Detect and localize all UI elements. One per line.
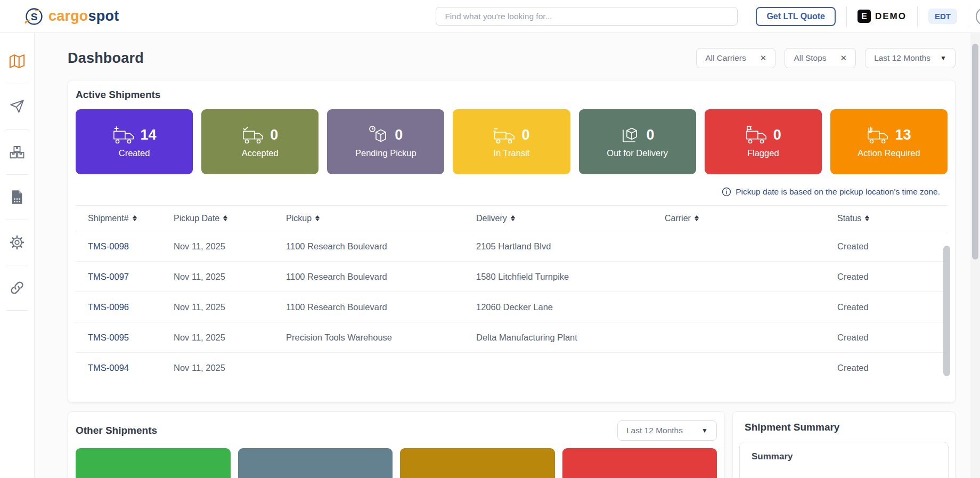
pickup-timezone-note: Pickup date is based on the pickup locat… [76,187,948,197]
table-row: TMS-0097 Nov 11, 2025 1100 Research Boul… [76,262,948,292]
timezone-badge[interactable]: EDT [928,9,957,24]
flagged-label: Flagged [747,148,779,158]
sort-icon [315,215,320,221]
header-delivery[interactable]: Delivery [476,214,665,223]
active-shipments-title: Active Shipments [76,89,948,101]
out-for-delivery-label: Out for Delivery [607,148,668,158]
pending-pickup-label: Pending Pickup [355,148,416,158]
truck-check-icon [242,126,265,145]
global-search-input[interactable] [436,7,738,26]
header-divider [917,6,918,27]
box-delivery-icon [620,126,642,145]
sort-icon [223,215,227,221]
header-status[interactable]: Status [837,214,948,223]
action-required-count: 13 [895,127,911,143]
summary-box: Summary [739,442,949,478]
link-icon [10,280,24,295]
header-shipment[interactable]: Shipment# [76,214,174,223]
sidebar-nav [0,33,35,478]
shipments-table: Shipment# Pickup Date Pickup Delivery Ca… [76,205,948,383]
sort-icon [511,215,515,221]
page-scrollbar-thumb[interactable] [972,44,978,260]
clear-stops-icon[interactable]: ✕ [840,53,847,63]
table-row: TMS-0094 Nov 11, 2025 Created [76,353,948,383]
shipment-summary-panel: Shipment Summary Summary [732,411,956,478]
sort-icon [133,215,137,221]
pickup-cell: 1100 Research Boulevard [286,272,476,282]
cargospot-logo-icon: S [24,7,43,26]
user-avatar-cutoff[interactable] [976,7,980,26]
status-card-in-transit[interactable]: 0 In Transit [453,109,570,174]
sidebar-item-dispatch[interactable] [0,86,35,127]
other-card-mustard[interactable] [400,448,555,478]
shipments-table-header: Shipment# Pickup Date Pickup Delivery Ca… [76,206,948,231]
page-scrollbar[interactable] [970,33,980,478]
shipment-link[interactable]: TMS-0097 [76,272,174,282]
shipment-link[interactable]: TMS-0095 [76,333,174,343]
sidebar-separator [6,129,28,129]
filter-all-carriers[interactable]: All Carriers ✕ [696,48,775,68]
status-card-pending-pickup[interactable]: 0 Pending Pickup [327,109,444,174]
table-scrollbar-thumb[interactable] [943,246,950,376]
filter-all-stops-label: All Stops [794,53,826,63]
summary-subtitle: Summary [752,451,936,462]
pickup-cell: Precision Tools Warehouse [286,333,476,343]
truck-hand-icon [867,126,890,145]
filter-period-select[interactable]: Last 12 Months ▼ [865,48,956,68]
shipment-link[interactable]: TMS-0098 [76,241,174,252]
demo-logo-icon: E [858,10,871,23]
info-icon [722,187,731,197]
header-pickup[interactable]: Pickup [286,214,476,223]
pickup-timezone-note-text: Pickup date is based on the pickup locat… [736,187,940,197]
status-card-accepted[interactable]: 0 Accepted [201,109,318,174]
dashboard-filters: All Carriers ✕ All Stops ✕ Last 12 Month… [696,48,956,68]
other-card-red[interactable] [562,448,717,478]
action-required-label: Action Required [858,148,920,158]
invoice-icon [10,190,24,205]
other-period-select[interactable]: Last 12 Months ▼ [617,420,717,441]
sidebar-item-integrations[interactable] [0,267,35,309]
other-card-bluegray[interactable] [238,448,393,478]
pickup-date-cell: Nov 11, 2025 [174,272,286,282]
in-transit-label: In Transit [494,148,530,158]
status-card-action-required[interactable]: 13 Action Required [830,109,948,174]
status-card-created[interactable]: 14 Created [76,109,193,174]
filter-period-label: Last 12 Months [874,53,930,63]
bottom-row: Other Shipments Last 12 Months ▼ Shipmen… [68,411,956,478]
pending-pickup-count: 0 [395,127,403,143]
sidebar-item-invoices[interactable] [0,176,35,218]
header-carrier[interactable]: Carrier [665,214,837,223]
brand-logo[interactable]: S cargospot [24,7,119,26]
status-card-out-for-delivery[interactable]: 0 Out for Delivery [579,109,696,174]
page-header-row: Dashboard All Carriers ✕ All Stops ✕ Las… [68,48,956,68]
table-row: TMS-0098 Nov 11, 2025 1100 Research Boul… [76,231,948,262]
delivery-cell: 1580 Litchfield Turnpike [476,272,665,282]
demo-label: DEMO [875,11,907,22]
sidebar-separator [6,310,28,311]
flagged-count: 0 [773,127,781,143]
shipment-link[interactable]: TMS-0094 [76,363,174,373]
pickup-date-cell: Nov 11, 2025 [174,241,286,252]
map-icon [9,54,25,69]
sidebar-separator [6,220,28,220]
other-card-green[interactable] [76,448,231,478]
get-ltl-quote-button[interactable]: Get LTL Quote [756,7,836,26]
clear-carriers-icon[interactable]: ✕ [760,53,767,63]
app-header: S cargospot Get LTL Quote E DEMO EDT [0,0,980,33]
shipment-summary-title: Shipment Summary [739,419,949,433]
pickup-cell: 1100 Research Boulevard [286,241,476,252]
shipment-link[interactable]: TMS-0096 [76,302,174,312]
filter-all-stops[interactable]: All Stops ✕ [785,48,856,68]
status-card-flagged[interactable]: 0 Flagged [705,109,822,174]
sidebar-item-inventory[interactable] [0,131,35,173]
status-cell: Created [837,241,948,252]
sort-icon [695,215,699,221]
sidebar-item-settings[interactable] [0,222,35,263]
header-pickup-date[interactable]: Pickup Date [174,214,286,223]
accepted-label: Accepted [242,148,279,158]
page-title: Dashboard [68,50,144,67]
chevron-down-icon: ▼ [940,54,946,62]
pickup-cell: 1100 Research Boulevard [286,302,476,312]
other-shipments-title: Other Shipments [76,425,157,436]
sidebar-item-map[interactable] [0,40,35,82]
